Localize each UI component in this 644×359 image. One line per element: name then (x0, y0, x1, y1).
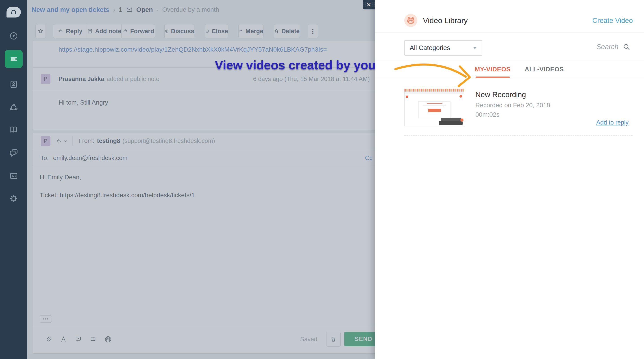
annotation-text: View videos created by you (215, 58, 376, 72)
sidebar-item-reports[interactable] (0, 167, 27, 185)
dashboard-icon (8, 31, 19, 41)
forums-icon (8, 148, 19, 158)
sidebar-item-community[interactable] (0, 98, 27, 116)
category-dropdown-value: All Categories (410, 44, 450, 52)
video-title[interactable]: New Recording (476, 90, 526, 99)
ticket-icon (8, 54, 19, 64)
video-thumbnail[interactable] (404, 89, 464, 126)
category-dropdown[interactable]: All Categories (404, 40, 482, 56)
freshdesk-headset-icon (6, 7, 21, 18)
active-tab-underline (476, 77, 510, 78)
video-search (578, 43, 630, 51)
close-panel-button[interactable]: ✕ (363, 0, 375, 10)
modal-dim-overlay (27, 0, 375, 359)
hand-drawn-arrow-icon (394, 60, 474, 89)
dashed-separator (404, 135, 632, 136)
thumb-orange-dot (460, 119, 464, 122)
sidebar-item-forums[interactable] (0, 144, 27, 162)
tickets-active-pill (5, 50, 23, 68)
thumb-dark-bar (441, 118, 461, 121)
sidebar-item-solutions[interactable] (0, 121, 27, 139)
search-icon[interactable] (622, 43, 630, 51)
video-duration: 00m:02s (476, 111, 499, 118)
add-to-reply-link[interactable]: Add to reply (596, 119, 628, 126)
video-library-header: Video Library Create Video (375, 0, 644, 33)
thumb-record-button (460, 95, 462, 98)
hippo-video-logo (404, 14, 417, 27)
community-icon (8, 102, 19, 112)
dropdown-caret-icon (473, 47, 477, 49)
panel-title: Video Library (423, 16, 468, 25)
settings-gear-icon (8, 193, 19, 204)
thumb-logo-dot (406, 96, 408, 98)
app-root: New and my open tickets › 1 Open · Overd… (0, 0, 644, 359)
video-library-panel: ✕ Video Library Create Video All Categor… (375, 0, 644, 359)
solutions-book-icon (8, 125, 19, 135)
sidebar-item-tickets[interactable] (0, 50, 27, 68)
search-input[interactable] (578, 43, 619, 51)
thumb-center-card (418, 101, 451, 118)
close-icon: ✕ (366, 1, 371, 8)
create-video-link[interactable]: Create Video (592, 17, 633, 25)
sidebar-item-dashboard[interactable] (0, 27, 27, 45)
freshdesk-logo[interactable] (0, 3, 27, 21)
contacts-icon (8, 79, 19, 90)
tab-my-videos[interactable]: MY-VIDEOS (474, 61, 512, 78)
video-recorded-date: Recorded on Feb 20, 2018 (476, 102, 550, 109)
tab-all-videos[interactable]: ALL-VIDEOS (523, 61, 566, 78)
thumb-toolbar (404, 92, 464, 94)
sidebar-item-contacts[interactable] (0, 75, 27, 93)
thumb-dark-bar (439, 121, 462, 125)
sidebar-item-settings[interactable] (0, 190, 27, 208)
reports-icon (8, 171, 19, 181)
left-sidebar (0, 0, 27, 359)
